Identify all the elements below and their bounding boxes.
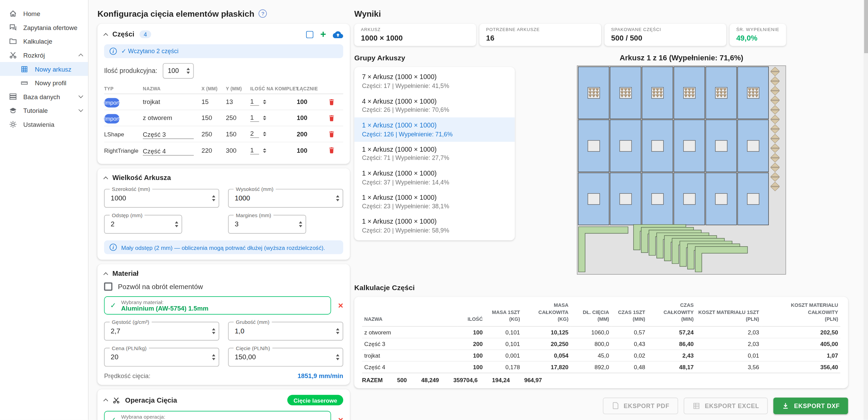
select-shape-icon[interactable] — [306, 31, 314, 38]
part-row: Import trojkat 15 13 100 — [104, 94, 343, 110]
thickness-input[interactable] — [235, 327, 332, 335]
cloud-upload-icon[interactable] — [333, 30, 343, 38]
stepper-icon[interactable] — [212, 195, 215, 201]
add-part-icon[interactable]: + — [320, 29, 326, 39]
qty-field[interactable] — [163, 63, 194, 78]
density-field[interactable]: Gęstość (g/cm³) — [104, 322, 219, 341]
per-set-input[interactable] — [250, 147, 259, 154]
calc-title: Kalkulacje Części — [354, 284, 848, 292]
sidebar-item-calculations[interactable]: Kalkulacje — [0, 34, 88, 48]
clear-material-button[interactable]: × — [338, 301, 343, 310]
stepper-icon[interactable] — [212, 328, 215, 334]
pdf-icon — [611, 402, 619, 410]
stat-sheets-needed: POTRZEBNE ARKUSZE 16 — [479, 24, 601, 46]
sheet-group-item[interactable]: 7 × Arkusz (1000 × 1000) Części: 17 | Wy… — [354, 69, 515, 93]
export-dxf-button[interactable]: EKSPORT DXF — [774, 397, 848, 414]
stepper-icon[interactable] — [186, 68, 190, 74]
per-set-input[interactable] — [250, 130, 259, 138]
gap-info-banner: i Mały odstęp (2 mm) — obliczenia mogą p… — [104, 240, 343, 254]
download-icon — [782, 402, 790, 410]
sidebar-item-tutorials[interactable]: Tutoriale — [0, 104, 88, 118]
sheet-width-input[interactable] — [111, 194, 208, 202]
export-pdf-button[interactable]: EKSPORT PDF — [603, 397, 678, 414]
window-scrollbar[interactable] — [864, 0, 868, 420]
clear-operation-button[interactable]: × — [338, 416, 343, 420]
collapse-icon[interactable] — [103, 33, 108, 38]
operation-title: Operacja Cięcia — [125, 396, 177, 404]
sheet-width-field[interactable]: Szerokość (mm) — [104, 189, 219, 208]
part-total: 100 — [297, 147, 325, 153]
col-x: X (MM) — [201, 86, 224, 91]
delete-part-button[interactable] — [328, 146, 340, 154]
part-name: z otworem — [143, 115, 199, 121]
help-icon[interactable]: ? — [259, 10, 267, 18]
part-name-input[interactable] — [143, 131, 194, 139]
operation-card: Operacja Cięcia Cięcie laserowe ✓ Wybran… — [97, 389, 350, 420]
groups-title: Grupy Arkuszy — [354, 54, 515, 62]
collapse-icon[interactable] — [103, 176, 108, 181]
stepper-icon[interactable] — [336, 354, 339, 360]
stepper-icon[interactable] — [263, 148, 267, 153]
qty-input[interactable] — [168, 67, 184, 75]
delete-part-button[interactable] — [328, 114, 340, 122]
checkbox-icon[interactable] — [104, 282, 112, 290]
scrollbar-thumb[interactable] — [864, 0, 868, 53]
stepper-icon[interactable] — [263, 100, 267, 104]
stepper-icon[interactable] — [336, 328, 339, 334]
price-input[interactable] — [111, 353, 208, 361]
sheet-group-item[interactable]: 1 × Arkusz (1000 × 1000) Części: 71 | Wy… — [354, 141, 515, 166]
per-set-input[interactable] — [250, 98, 259, 106]
stepper-icon[interactable] — [263, 132, 267, 136]
sidebar-item-label: Zapytania ofertowe — [23, 24, 77, 31]
cutting-cost-field[interactable]: Cięcie (PLN/h) — [228, 348, 343, 366]
parts-info-banner: i ✓ Wczytano 2 części — [104, 44, 343, 58]
sheet-group-item[interactable]: 1 × Arkusz (1000 × 1000) Części: 23 | Wy… — [354, 190, 515, 214]
sidebar-item-home[interactable]: Home — [0, 6, 88, 20]
sidebar-item-new-profile[interactable]: Nowy profil — [0, 76, 88, 90]
sidebar-item-cutting[interactable]: Rozkrój — [0, 48, 88, 62]
delete-part-button[interactable] — [328, 98, 340, 106]
stat-packed-parts: SPAKOWANE CZĘŚCI 500 / 500 — [605, 24, 726, 46]
sheet-group-item[interactable]: 1 × Arkusz (1000 × 1000) Części: 20 | Wy… — [354, 214, 515, 238]
sheet-size-card: Wielkość Arkusza Szerokość (mm) Wysokość… — [97, 168, 350, 260]
stepper-icon[interactable] — [175, 221, 179, 227]
stepper-icon[interactable] — [212, 354, 215, 360]
sheet-group-item[interactable]: 1 × Arkusz (1000 × 1000) Części: 37 | Wy… — [354, 166, 515, 190]
sidebar-item-new-sheet[interactable]: Nowy arkusz — [0, 62, 88, 76]
margin-input[interactable] — [235, 220, 295, 228]
thickness-field[interactable]: Grubość (mm) — [228, 322, 343, 341]
folder-icon — [8, 37, 17, 46]
collapse-icon[interactable] — [103, 272, 108, 277]
sheet-height-field[interactable]: Wysokość (mm) — [228, 189, 343, 208]
stepper-icon[interactable] — [263, 116, 267, 120]
sidebar-item-quotes[interactable]: Zapytania ofertowe — [0, 20, 88, 34]
part-x: 250 — [201, 131, 224, 137]
stepper-icon[interactable] — [336, 195, 339, 201]
sidebar-item-label: Kalkulacje — [23, 38, 52, 44]
allow-rotation-checkbox[interactable]: Pozwól na obrót elementów — [104, 282, 343, 290]
gap-field[interactable]: Odstęp (mm) — [104, 215, 182, 234]
sheet-height-input[interactable] — [235, 194, 332, 202]
per-set-input[interactable] — [250, 114, 259, 122]
price-field[interactable]: Cena (PLN/kg) — [104, 348, 219, 366]
delete-part-button[interactable] — [328, 130, 340, 138]
density-input[interactable] — [111, 327, 208, 335]
sheet-group-item-selected[interactable]: 1 × Arkusz (1000 × 1000) Części: 126 | W… — [354, 117, 515, 141]
home-icon — [8, 9, 17, 18]
stepper-icon[interactable] — [299, 221, 303, 227]
parts-card: Części 4 + i ✓ Wczytano 2 części Ilość p… — [97, 24, 350, 164]
sidebar-item-settings[interactable]: Ustawienia — [0, 117, 88, 131]
gap-input[interactable] — [111, 220, 171, 228]
cutting-cost-input[interactable] — [235, 353, 332, 361]
sidebar-item-label: Nowy profil — [35, 79, 66, 86]
collapse-icon[interactable] — [103, 399, 108, 403]
col-typ: TYP — [104, 86, 140, 91]
parts-info-text: ✓ Wczytano 2 części — [121, 48, 179, 55]
sidebar-item-label: Rozkrój — [23, 52, 45, 58]
export-excel-button[interactable]: EKSPORT EXCEL — [684, 397, 768, 414]
sheet-group-item[interactable]: 4 × Arkusz (1000 × 1000) Części: 26 | Wy… — [354, 93, 515, 118]
part-name-input[interactable] — [143, 148, 194, 155]
margin-field[interactable]: Margines (mm) — [228, 215, 306, 234]
sidebar-item-database[interactable]: Baza danych — [0, 90, 88, 104]
parts-count-badge: 4 — [139, 30, 151, 38]
